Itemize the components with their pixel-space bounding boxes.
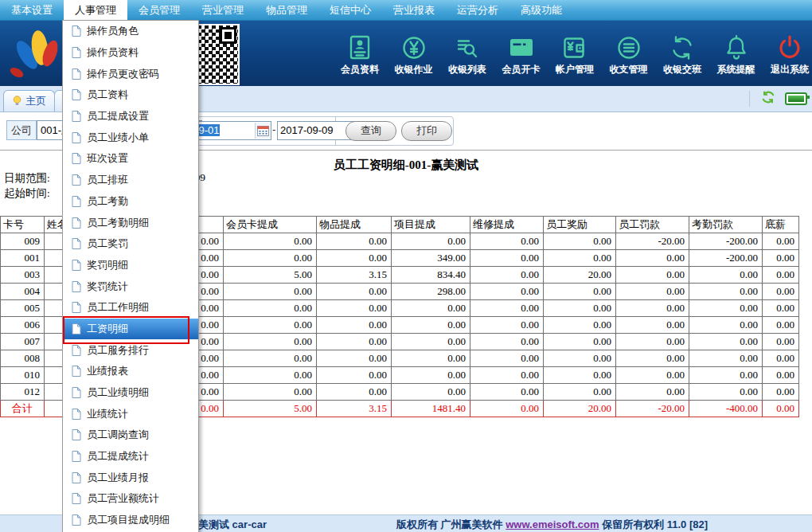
toolbar-button[interactable]: 会员开卡 [502,30,541,76]
value-cell: -200.00 [689,233,763,250]
document-icon [72,47,81,58]
dropdown-item[interactable]: 员工资料 [63,84,198,106]
value-cell: 0.00 [317,250,392,267]
calendar-icon[interactable] [255,123,271,139]
top-menu-item[interactable]: 基本设置 [0,0,64,20]
column-header: 考勤罚款 [689,217,763,233]
document-icon [72,68,81,80]
value-cell: 5.00 [224,267,317,284]
dropdown-menu: 操作员角色操作员资料操作员更改密码员工资料员工提成设置员工业绩小单班次设置员工排… [62,20,199,532]
toolbar-button[interactable]: 帐户管理 [556,30,594,76]
column-header: 员工罚款 [616,217,689,233]
dropdown-item[interactable]: 操作员角色 [63,21,198,42]
dropdown-item[interactable]: 操作员更改密码 [63,63,198,84]
dropdown-item[interactable]: 员工考勤明细 [63,212,198,233]
toolbar-button[interactable]: 收银列表 [448,30,486,76]
tab-home[interactable]: 主页 [3,90,55,111]
value-cell: 0.00 [689,384,763,401]
date-from-selected-text: 9-01 [198,124,219,136]
value-cell: 0.00 [470,384,544,401]
card-no-cell: 004 [1,284,45,300]
top-menu-item[interactable]: 人事管理 [64,0,127,20]
value-cell: 0.00 [616,384,689,401]
dropdown-item[interactable]: 员工营业额统计 [63,488,198,510]
dropdown-item[interactable]: 员工排班 [63,170,198,191]
top-menu-item[interactable]: 物品管理 [255,0,318,20]
print-button[interactable]: 打印 [401,121,452,141]
document-icon [72,366,81,377]
value-cell: 0.00 [689,317,763,334]
value-cell: 0.00 [224,384,317,401]
dropdown-item[interactable]: 操作员资料 [63,42,198,64]
dropdown-item[interactable]: 业绩统计 [63,403,198,424]
value-cell: 0.00 [544,350,616,367]
document-icon [72,323,81,334]
toolbar-button[interactable]: 会员资料 [341,30,379,76]
column-header: 物品提成 [317,217,392,233]
value-cell: 0.00 [763,350,799,367]
bulb-icon [12,95,22,108]
dropdown-item[interactable]: 员工调岗查询 [63,424,198,446]
card-no-cell: 012 [1,384,45,401]
total-value-cell: 20.00 [544,401,616,417]
dropdown-item[interactable]: 奖罚统计 [63,276,198,297]
member-card-icon [345,30,374,62]
dropdown-item[interactable]: 员工业绩小单 [63,127,198,148]
dropdown-item[interactable]: 员工业绩明细 [63,382,198,404]
value-cell: 0.00 [544,233,616,250]
value-cell: 0.00 [470,284,544,300]
toolbar-button[interactable]: 收支管理 [610,30,648,76]
dropdown-item[interactable]: 员工提成设置 [63,106,198,127]
value-cell: 0.00 [616,334,689,350]
top-menu-item[interactable]: 高级功能 [509,0,573,20]
value-cell: 0.00 [689,334,763,350]
footer-link[interactable]: www.emeisoft.com [506,518,599,530]
dropdown-item[interactable]: 员工服务排行 [63,339,198,361]
value-cell: 298.00 [392,284,470,300]
column-header: 会员卡提成 [224,217,317,233]
top-menu-item[interactable]: 营业报表 [382,0,446,20]
column-header: 维修提成 [470,217,544,233]
toolbar-button[interactable]: 系统提醒 [717,30,755,76]
document-icon [72,302,81,313]
date-range-label: 日期范围: [4,172,50,184]
dropdown-item[interactable]: 班次设置 [63,148,198,170]
value-cell: 0.00 [616,367,689,384]
tab-home-label: 主页 [25,94,46,108]
dropdown-item[interactable]: 员工业绩月报 [63,467,198,488]
dropdown-item[interactable]: 员工奖罚 [63,233,198,255]
value-cell: 0.00 [763,284,799,300]
total-value-cell: 3.15 [317,401,392,417]
power-icon [775,30,804,62]
refresh-icon[interactable] [761,91,775,107]
top-menu-item[interactable]: 会员管理 [127,0,191,20]
value-cell: 0.00 [470,334,544,350]
value-cell: 0.00 [224,233,317,250]
total-value-cell: -20.00 [616,401,689,417]
toolbar-button[interactable]: 收银交班 [663,30,701,76]
toolbar-button[interactable]: 收银作业 [395,30,433,76]
dropdown-item[interactable]: 员工提成统计 [63,446,198,467]
battery-icon[interactable] [785,92,807,105]
dropdown-item[interactable]: 工资明细 [63,319,198,340]
dropdown-item[interactable]: 员工考勤 [63,191,198,213]
document-icon [72,451,81,462]
dropdown-item[interactable]: 员工项目提成明细 [63,510,198,531]
value-cell: 0.00 [224,300,317,317]
value-cell: 0.00 [616,300,689,317]
value-cell: 0.00 [763,233,799,250]
top-menu-item[interactable]: 运营分析 [446,0,509,20]
dropdown-item[interactable]: 奖罚明细 [63,255,198,276]
value-cell: 349.00 [392,250,470,267]
footer-copyright: 版权所有 广州赢美软件 www.emeisoft.com 保留所有权利 11.0… [396,518,708,532]
dropdown-item[interactable]: 员工工作明细 [63,297,198,319]
value-cell: 0.00 [763,367,799,384]
document-icon [72,132,81,143]
dropdown-item[interactable]: 业绩报表 [63,361,198,382]
top-menu-item[interactable]: 短信中心 [318,0,382,20]
value-cell: 0.00 [616,350,689,367]
card-no-cell: 003 [1,267,45,284]
top-menu-item[interactable]: 营业管理 [191,0,255,20]
toolbar-button[interactable]: 退出系统 [771,30,809,76]
search-button[interactable]: 查询 [345,121,396,141]
